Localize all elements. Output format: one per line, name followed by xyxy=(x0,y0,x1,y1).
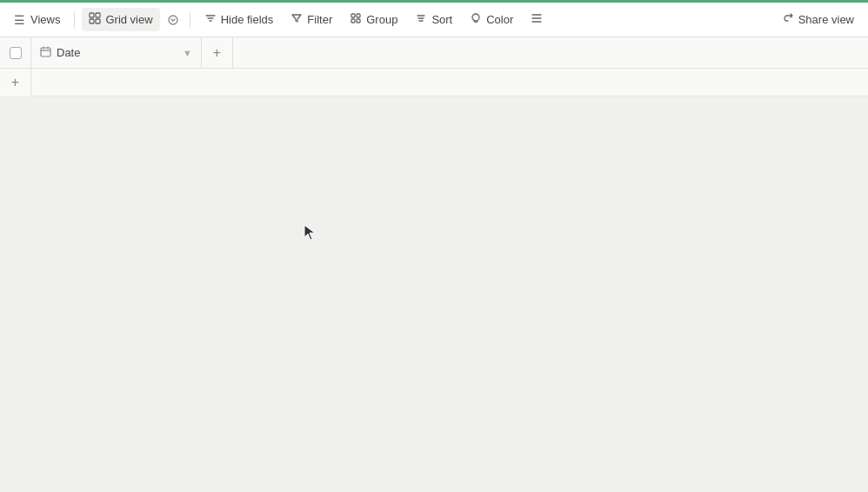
grid-view-button[interactable]: Grid view xyxy=(82,8,159,31)
date-col-icon xyxy=(40,46,51,60)
view-options-dropdown[interactable] xyxy=(164,10,183,30)
group-button[interactable]: Group xyxy=(343,8,404,31)
color-button[interactable]: Color xyxy=(463,8,520,31)
svg-rect-10 xyxy=(41,48,50,57)
filter-label: Filter xyxy=(307,13,332,26)
table-header: Date ▼ + xyxy=(0,37,868,69)
share-icon xyxy=(782,12,794,27)
group-label: Group xyxy=(366,13,397,26)
row-height-button[interactable] xyxy=(524,8,550,31)
add-column-icon: + xyxy=(213,45,221,61)
sort-button[interactable]: Sort xyxy=(408,8,459,31)
svg-rect-5 xyxy=(351,14,355,17)
grid-icon xyxy=(89,12,101,27)
svg-rect-1 xyxy=(96,13,100,17)
sort-label: Sort xyxy=(431,13,452,26)
svg-point-9 xyxy=(472,14,479,21)
share-view-label: Share view xyxy=(798,13,854,26)
table-body xyxy=(0,96,868,492)
toolbar: ☰ Views Grid view Hide fields xyxy=(0,3,868,37)
group-icon xyxy=(350,12,362,27)
svg-rect-3 xyxy=(96,19,100,23)
add-row-icon: + xyxy=(11,75,19,90)
date-col-label: Date xyxy=(57,46,80,59)
toolbar-divider-2 xyxy=(190,11,190,29)
color-label: Color xyxy=(486,13,513,26)
svg-point-4 xyxy=(169,16,177,24)
add-column-button[interactable]: + xyxy=(202,37,233,69)
grid-view-label: Grid view xyxy=(105,13,152,26)
col-dropdown-icon: ▼ xyxy=(183,48,192,58)
hide-fields-button[interactable]: Hide fields xyxy=(197,8,281,31)
filter-icon xyxy=(290,12,303,27)
header-checkbox[interactable] xyxy=(10,47,22,59)
table-row: + xyxy=(0,69,868,96)
svg-rect-6 xyxy=(357,14,360,17)
svg-rect-0 xyxy=(90,13,94,17)
add-row-button[interactable]: + xyxy=(0,69,31,96)
hide-fields-icon xyxy=(204,12,217,27)
toolbar-divider-1 xyxy=(74,11,75,29)
main-content: Date ▼ + + xyxy=(0,37,868,492)
svg-rect-2 xyxy=(90,19,94,23)
select-all-checkbox[interactable] xyxy=(0,37,31,69)
svg-rect-7 xyxy=(351,19,355,23)
hamburger-icon: ☰ xyxy=(14,13,25,27)
color-icon xyxy=(470,12,482,27)
filter-button[interactable]: Filter xyxy=(284,8,339,31)
sort-icon xyxy=(415,12,427,27)
share-view-button[interactable]: Share view xyxy=(775,8,861,31)
date-column-header[interactable]: Date ▼ xyxy=(31,37,202,69)
hide-fields-label: Hide fields xyxy=(221,13,274,26)
row-height-icon xyxy=(531,12,543,27)
table-area: Date ▼ + + xyxy=(0,37,868,492)
views-label: Views xyxy=(30,13,60,26)
svg-rect-8 xyxy=(357,19,360,23)
views-button[interactable]: ☰ Views xyxy=(7,9,67,31)
